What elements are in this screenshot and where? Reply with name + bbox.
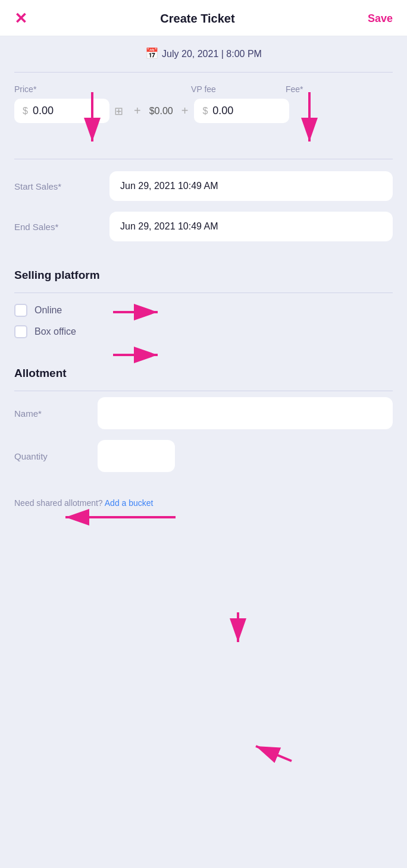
allotment-heading: Allotment <box>0 356 407 385</box>
box-office-checkbox[interactable] <box>14 325 27 338</box>
start-sales-row: Start Sales* <box>14 171 393 201</box>
box-office-label: Box office <box>35 326 76 337</box>
allotment-divider <box>14 391 393 391</box>
shared-allotment-text: Need shared allotment? <box>14 498 103 508</box>
header: ✕ Create Ticket Save <box>0 0 407 36</box>
quantity-row: Quantity <box>14 440 393 472</box>
price-input[interactable] <box>33 105 80 117</box>
price-divider <box>14 72 393 73</box>
event-date: July 20, 2021 | 8:00 PM <box>162 49 262 59</box>
grid-icon: ⊞ <box>114 105 123 118</box>
online-label: Online <box>35 305 62 316</box>
online-row: Online <box>14 304 393 317</box>
price-labels-row: Price* VP fee Fee* <box>14 84 393 94</box>
name-input[interactable] <box>98 397 393 429</box>
allotment-section: Name* Quantity <box>0 397 407 495</box>
start-sales-input[interactable] <box>109 171 393 201</box>
price-row: $ ⊞ + $0.00 + $ <box>14 99 393 123</box>
vp-fee-value: $0.00 <box>149 106 173 117</box>
fee-label: Fee* <box>286 84 393 94</box>
save-button[interactable]: Save <box>368 12 393 25</box>
name-label: Name* <box>14 408 98 419</box>
price-currency-symbol: $ <box>23 106 28 117</box>
fee-input-wrap: $ <box>194 99 289 123</box>
end-sales-label: End Sales* <box>14 222 109 232</box>
fee-input[interactable] <box>212 105 260 117</box>
sales-section: Start Sales* End Sales* <box>0 165 407 258</box>
quantity-input[interactable] <box>98 440 175 472</box>
quantity-label: Quantity <box>14 451 98 461</box>
vp-fee-label: VP fee <box>121 84 286 94</box>
add-bucket-link[interactable]: Add a bucket <box>105 498 154 508</box>
plus-sign-2: + <box>181 104 189 118</box>
close-button[interactable]: ✕ <box>14 11 27 26</box>
platform-divider <box>14 293 393 293</box>
price-label: Price* <box>14 84 121 94</box>
box-office-row: Box office <box>14 325 393 338</box>
calendar-icon: 📅 <box>145 47 158 60</box>
online-checkbox[interactable] <box>14 304 27 317</box>
plus-sign-1: + <box>134 104 141 118</box>
selling-platform-section: Online Box office <box>0 299 407 356</box>
sales-divider <box>14 159 393 159</box>
price-section: Price* VP fee Fee* $ ⊞ + $0.00 + $ <box>0 78 407 135</box>
end-sales-input[interactable] <box>109 212 393 241</box>
start-sales-label: Start Sales* <box>14 181 109 191</box>
date-bar: 📅July 20, 2021 | 8:00 PM <box>0 36 407 66</box>
page-title: Create Ticket <box>160 12 234 26</box>
end-sales-row: End Sales* <box>14 212 393 241</box>
fee-currency-symbol: $ <box>202 106 208 117</box>
name-row: Name* <box>14 397 393 429</box>
price-input-wrap: $ <box>14 99 109 123</box>
svg-line-7 <box>256 746 292 761</box>
shared-allotment-row: Need shared allotment? Add a bucket <box>0 495 407 520</box>
selling-platform-heading: Selling platform <box>0 258 407 287</box>
